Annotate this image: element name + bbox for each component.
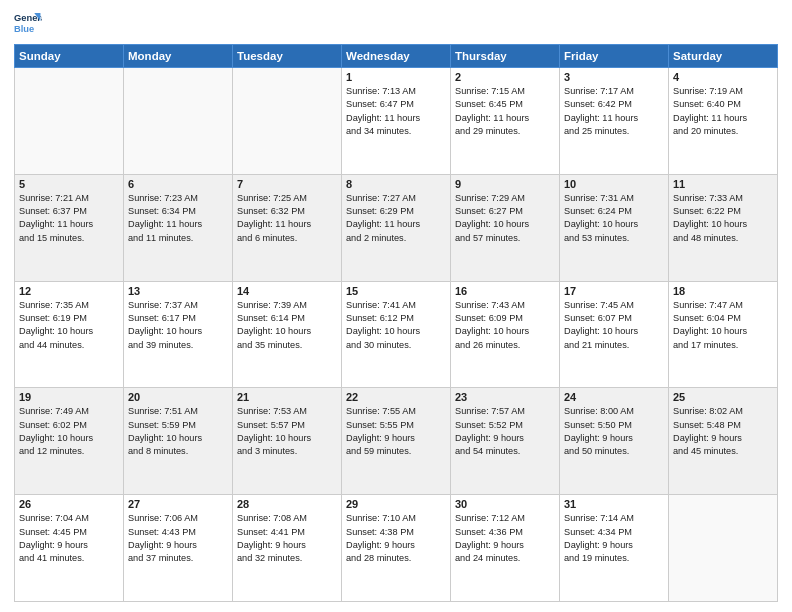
- day-number: 7: [237, 178, 337, 190]
- calendar-cell: 12Sunrise: 7:35 AM Sunset: 6:19 PM Dayli…: [15, 281, 124, 388]
- day-detail: Sunrise: 7:06 AM Sunset: 4:43 PM Dayligh…: [128, 512, 228, 565]
- day-detail: Sunrise: 7:55 AM Sunset: 5:55 PM Dayligh…: [346, 405, 446, 458]
- calendar-cell: 27Sunrise: 7:06 AM Sunset: 4:43 PM Dayli…: [124, 495, 233, 602]
- day-number: 19: [19, 391, 119, 403]
- day-number: 22: [346, 391, 446, 403]
- day-number: 13: [128, 285, 228, 297]
- day-number: 5: [19, 178, 119, 190]
- calendar-week-row: 26Sunrise: 7:04 AM Sunset: 4:45 PM Dayli…: [15, 495, 778, 602]
- calendar-cell: 26Sunrise: 7:04 AM Sunset: 4:45 PM Dayli…: [15, 495, 124, 602]
- day-detail: Sunrise: 7:33 AM Sunset: 6:22 PM Dayligh…: [673, 192, 773, 245]
- day-number: 2: [455, 71, 555, 83]
- calendar-cell: 1Sunrise: 7:13 AM Sunset: 6:47 PM Daylig…: [342, 68, 451, 175]
- day-number: 18: [673, 285, 773, 297]
- day-detail: Sunrise: 7:25 AM Sunset: 6:32 PM Dayligh…: [237, 192, 337, 245]
- calendar-cell: 16Sunrise: 7:43 AM Sunset: 6:09 PM Dayli…: [451, 281, 560, 388]
- day-number: 29: [346, 498, 446, 510]
- calendar-cell: 21Sunrise: 7:53 AM Sunset: 5:57 PM Dayli…: [233, 388, 342, 495]
- day-header-tuesday: Tuesday: [233, 45, 342, 68]
- day-detail: Sunrise: 8:02 AM Sunset: 5:48 PM Dayligh…: [673, 405, 773, 458]
- day-detail: Sunrise: 7:53 AM Sunset: 5:57 PM Dayligh…: [237, 405, 337, 458]
- day-detail: Sunrise: 7:35 AM Sunset: 6:19 PM Dayligh…: [19, 299, 119, 352]
- logo-icon: GeneralBlue: [14, 10, 42, 38]
- calendar-cell: 31Sunrise: 7:14 AM Sunset: 4:34 PM Dayli…: [560, 495, 669, 602]
- calendar-cell: 11Sunrise: 7:33 AM Sunset: 6:22 PM Dayli…: [669, 174, 778, 281]
- day-number: 14: [237, 285, 337, 297]
- day-detail: Sunrise: 7:29 AM Sunset: 6:27 PM Dayligh…: [455, 192, 555, 245]
- day-header-saturday: Saturday: [669, 45, 778, 68]
- day-header-friday: Friday: [560, 45, 669, 68]
- calendar-cell: 20Sunrise: 7:51 AM Sunset: 5:59 PM Dayli…: [124, 388, 233, 495]
- day-number: 15: [346, 285, 446, 297]
- day-detail: Sunrise: 8:00 AM Sunset: 5:50 PM Dayligh…: [564, 405, 664, 458]
- calendar-cell: 5Sunrise: 7:21 AM Sunset: 6:37 PM Daylig…: [15, 174, 124, 281]
- calendar-cell: 6Sunrise: 7:23 AM Sunset: 6:34 PM Daylig…: [124, 174, 233, 281]
- day-detail: Sunrise: 7:04 AM Sunset: 4:45 PM Dayligh…: [19, 512, 119, 565]
- day-detail: Sunrise: 7:31 AM Sunset: 6:24 PM Dayligh…: [564, 192, 664, 245]
- calendar-cell: 28Sunrise: 7:08 AM Sunset: 4:41 PM Dayli…: [233, 495, 342, 602]
- day-number: 6: [128, 178, 228, 190]
- day-number: 17: [564, 285, 664, 297]
- day-number: 27: [128, 498, 228, 510]
- calendar-cell: 22Sunrise: 7:55 AM Sunset: 5:55 PM Dayli…: [342, 388, 451, 495]
- calendar-cell: 19Sunrise: 7:49 AM Sunset: 6:02 PM Dayli…: [15, 388, 124, 495]
- day-detail: Sunrise: 7:08 AM Sunset: 4:41 PM Dayligh…: [237, 512, 337, 565]
- day-number: 8: [346, 178, 446, 190]
- calendar-cell: 9Sunrise: 7:29 AM Sunset: 6:27 PM Daylig…: [451, 174, 560, 281]
- day-detail: Sunrise: 7:23 AM Sunset: 6:34 PM Dayligh…: [128, 192, 228, 245]
- day-detail: Sunrise: 7:47 AM Sunset: 6:04 PM Dayligh…: [673, 299, 773, 352]
- day-number: 21: [237, 391, 337, 403]
- logo: GeneralBlue: [14, 10, 42, 38]
- day-detail: Sunrise: 7:39 AM Sunset: 6:14 PM Dayligh…: [237, 299, 337, 352]
- day-detail: Sunrise: 7:17 AM Sunset: 6:42 PM Dayligh…: [564, 85, 664, 138]
- day-header-monday: Monday: [124, 45, 233, 68]
- calendar-cell: [233, 68, 342, 175]
- calendar-cell: 7Sunrise: 7:25 AM Sunset: 6:32 PM Daylig…: [233, 174, 342, 281]
- day-number: 28: [237, 498, 337, 510]
- day-number: 11: [673, 178, 773, 190]
- calendar-table: SundayMondayTuesdayWednesdayThursdayFrid…: [14, 44, 778, 602]
- day-number: 20: [128, 391, 228, 403]
- day-header-thursday: Thursday: [451, 45, 560, 68]
- header: GeneralBlue: [14, 10, 778, 38]
- day-detail: Sunrise: 7:57 AM Sunset: 5:52 PM Dayligh…: [455, 405, 555, 458]
- calendar-cell: 17Sunrise: 7:45 AM Sunset: 6:07 PM Dayli…: [560, 281, 669, 388]
- day-number: 12: [19, 285, 119, 297]
- day-number: 30: [455, 498, 555, 510]
- calendar-week-row: 19Sunrise: 7:49 AM Sunset: 6:02 PM Dayli…: [15, 388, 778, 495]
- day-number: 23: [455, 391, 555, 403]
- calendar-cell: 4Sunrise: 7:19 AM Sunset: 6:40 PM Daylig…: [669, 68, 778, 175]
- day-detail: Sunrise: 7:12 AM Sunset: 4:36 PM Dayligh…: [455, 512, 555, 565]
- calendar-cell: 29Sunrise: 7:10 AM Sunset: 4:38 PM Dayli…: [342, 495, 451, 602]
- calendar-cell: [124, 68, 233, 175]
- calendar-cell: 30Sunrise: 7:12 AM Sunset: 4:36 PM Dayli…: [451, 495, 560, 602]
- day-detail: Sunrise: 7:45 AM Sunset: 6:07 PM Dayligh…: [564, 299, 664, 352]
- calendar-cell: 23Sunrise: 7:57 AM Sunset: 5:52 PM Dayli…: [451, 388, 560, 495]
- calendar-cell: 2Sunrise: 7:15 AM Sunset: 6:45 PM Daylig…: [451, 68, 560, 175]
- calendar-cell: 10Sunrise: 7:31 AM Sunset: 6:24 PM Dayli…: [560, 174, 669, 281]
- day-header-wednesday: Wednesday: [342, 45, 451, 68]
- day-number: 24: [564, 391, 664, 403]
- day-detail: Sunrise: 7:41 AM Sunset: 6:12 PM Dayligh…: [346, 299, 446, 352]
- day-header-sunday: Sunday: [15, 45, 124, 68]
- calendar-cell: 8Sunrise: 7:27 AM Sunset: 6:29 PM Daylig…: [342, 174, 451, 281]
- day-number: 26: [19, 498, 119, 510]
- day-number: 4: [673, 71, 773, 83]
- day-detail: Sunrise: 7:43 AM Sunset: 6:09 PM Dayligh…: [455, 299, 555, 352]
- day-detail: Sunrise: 7:51 AM Sunset: 5:59 PM Dayligh…: [128, 405, 228, 458]
- calendar-cell: 15Sunrise: 7:41 AM Sunset: 6:12 PM Dayli…: [342, 281, 451, 388]
- calendar-week-row: 1Sunrise: 7:13 AM Sunset: 6:47 PM Daylig…: [15, 68, 778, 175]
- day-detail: Sunrise: 7:15 AM Sunset: 6:45 PM Dayligh…: [455, 85, 555, 138]
- day-detail: Sunrise: 7:21 AM Sunset: 6:37 PM Dayligh…: [19, 192, 119, 245]
- day-number: 31: [564, 498, 664, 510]
- svg-text:Blue: Blue: [14, 24, 34, 34]
- calendar-cell: [669, 495, 778, 602]
- day-number: 9: [455, 178, 555, 190]
- day-detail: Sunrise: 7:19 AM Sunset: 6:40 PM Dayligh…: [673, 85, 773, 138]
- day-detail: Sunrise: 7:10 AM Sunset: 4:38 PM Dayligh…: [346, 512, 446, 565]
- calendar-cell: 14Sunrise: 7:39 AM Sunset: 6:14 PM Dayli…: [233, 281, 342, 388]
- calendar-cell: [15, 68, 124, 175]
- day-detail: Sunrise: 7:13 AM Sunset: 6:47 PM Dayligh…: [346, 85, 446, 138]
- day-number: 16: [455, 285, 555, 297]
- day-number: 10: [564, 178, 664, 190]
